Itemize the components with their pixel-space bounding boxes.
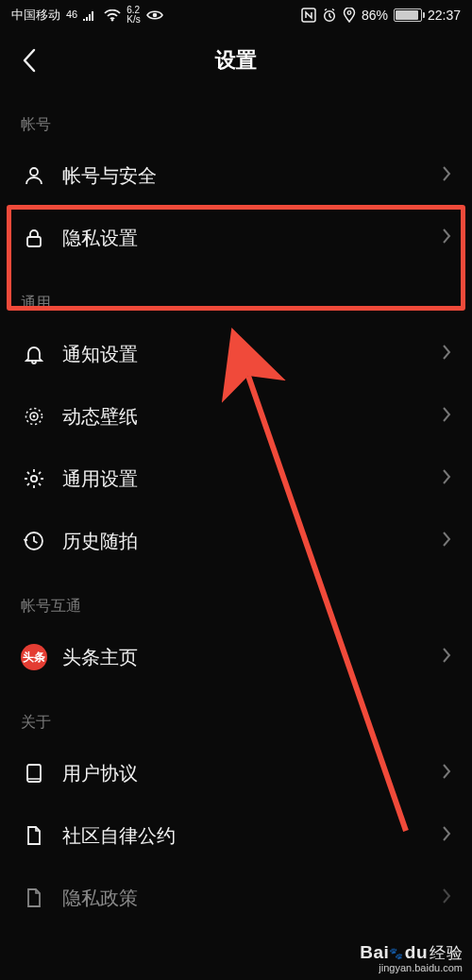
row-label: 用户协议 (62, 761, 427, 786)
svg-point-5 (30, 168, 38, 176)
row-user-agreement[interactable]: 用户协议 (21, 742, 451, 804)
row-community-rules[interactable]: 社区自律公约 (21, 804, 451, 867)
settings-list: 帐号 帐号与安全 隐私设置 通用 通知设置 动态壁纸 (0, 91, 472, 929)
svg-point-1 (152, 13, 157, 18)
eye-icon (146, 9, 163, 21)
svg-point-10 (31, 476, 37, 482)
row-label: 社区自律公约 (62, 823, 427, 849)
svg-point-0 (111, 19, 113, 21)
lock-icon (21, 225, 47, 251)
gear-icon (21, 465, 47, 492)
row-toutiao-home[interactable]: 头条 头条主页 (21, 626, 451, 688)
chevron-right-icon (442, 763, 451, 784)
signal-icon (83, 9, 98, 21)
chevron-left-icon (21, 47, 38, 74)
chevron-right-icon (442, 165, 451, 186)
bell-icon (21, 341, 47, 367)
chevron-right-icon (442, 468, 451, 489)
row-privacy-policy[interactable]: 隐私政策 (21, 867, 451, 929)
user-icon (21, 162, 47, 189)
row-label: 通用设置 (62, 466, 427, 492)
status-left: 中国移动 46 6.2 K/s (11, 6, 163, 25)
chevron-right-icon (442, 647, 451, 667)
chevron-right-icon (442, 887, 451, 908)
page-title: 设置 (215, 46, 257, 75)
target-icon (21, 403, 47, 430)
watermark-brand: Bai (360, 942, 389, 962)
toutiao-icon: 头条 (21, 644, 47, 670)
battery-pct: 86% (362, 8, 388, 23)
status-bar: 中国移动 46 6.2 K/s 86% 22:37 (0, 0, 472, 30)
clock-time: 22:37 (428, 8, 461, 23)
svg-point-9 (33, 415, 36, 418)
section-header-account: 帐号 (21, 91, 451, 144)
chevron-right-icon (442, 344, 451, 364)
watermark-url: jingyan.baidu.com (360, 962, 463, 974)
row-notification-settings[interactable]: 通知设置 (21, 323, 451, 385)
net-speed: 6.2 K/s (126, 6, 140, 25)
document-icon (21, 822, 47, 849)
watermark: Bai🐾du经验 jingyan.baidu.com (360, 942, 463, 974)
row-account-security[interactable]: 帐号与安全 (21, 144, 451, 207)
document-icon (21, 885, 47, 911)
row-label: 通知设置 (62, 342, 427, 367)
page-header: 设置 (0, 30, 472, 91)
row-history-shoot[interactable]: 历史随拍 (21, 510, 451, 572)
section-header-general: 通用 (21, 269, 451, 323)
row-label: 帐号与安全 (62, 163, 427, 189)
back-button[interactable] (13, 44, 45, 76)
row-general-settings[interactable]: 通用设置 (21, 448, 451, 510)
location-icon (343, 8, 356, 23)
network-tag: 46 (66, 8, 77, 20)
row-label: 历史随拍 (62, 529, 427, 554)
chevron-right-icon (442, 406, 451, 427)
row-label: 隐私政策 (62, 886, 427, 911)
chevron-right-icon (442, 825, 451, 846)
section-header-link: 帐号互通 (21, 572, 451, 626)
carrier-label: 中国移动 (11, 7, 60, 24)
battery-icon (394, 8, 422, 22)
row-label: 头条主页 (62, 645, 427, 670)
svg-rect-6 (27, 237, 41, 246)
history-icon (21, 528, 47, 554)
row-live-wallpaper[interactable]: 动态壁纸 (21, 385, 451, 448)
watermark-brand2: du (405, 942, 428, 962)
paw-icon: 🐾 (389, 948, 404, 961)
row-privacy-settings[interactable]: 隐私设置 (21, 207, 451, 269)
row-label: 动态壁纸 (62, 404, 427, 430)
status-right: 86% 22:37 (301, 8, 461, 23)
chevron-right-icon (442, 531, 451, 551)
book-icon (21, 760, 47, 786)
section-header-about: 关于 (21, 688, 451, 742)
net-speed-unit: K/s (126, 15, 140, 25)
row-label: 隐私设置 (62, 226, 427, 251)
watermark-suffix: 经验 (430, 944, 463, 962)
wifi-icon (104, 9, 121, 22)
alarm-icon (322, 8, 337, 23)
nfc-icon (301, 8, 316, 23)
svg-point-4 (347, 11, 351, 15)
chevron-right-icon (442, 228, 451, 248)
